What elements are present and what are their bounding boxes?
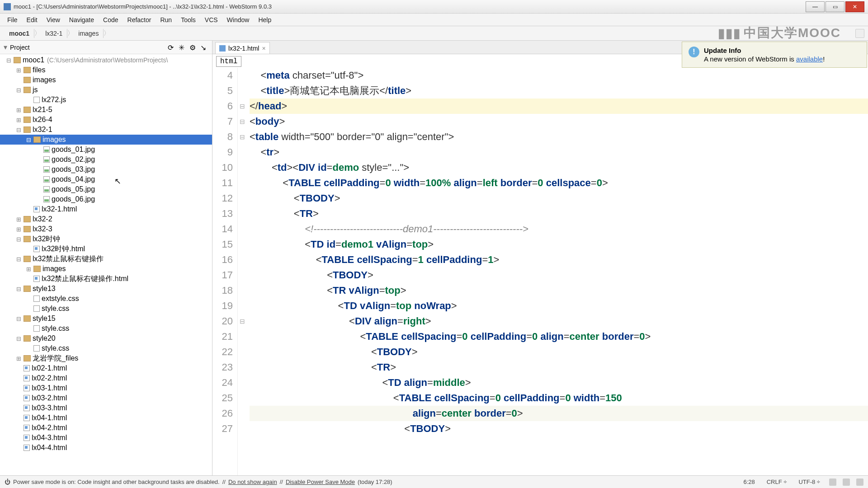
menu-edit[interactable]: Edit bbox=[22, 14, 42, 25]
code-line[interactable]: <td><DIV id=demo style="..."> bbox=[250, 160, 868, 175]
fold-marker-icon[interactable] bbox=[238, 206, 247, 221]
tree-item-lx04-2-html[interactable]: lx04-2.html bbox=[0, 423, 212, 433]
code-line[interactable]: <DIV align=right> bbox=[250, 314, 868, 329]
tree-item-lx32-2[interactable]: ⊞lx32-2 bbox=[0, 214, 212, 224]
notifications-icon[interactable] bbox=[856, 479, 863, 486]
tree-twisty-icon[interactable]: ⊞ bbox=[14, 355, 24, 362]
tree-item-goods_02-jpg[interactable]: goods_02.jpg bbox=[0, 155, 212, 164]
fold-marker-icon[interactable] bbox=[238, 283, 247, 298]
fold-marker-icon[interactable] bbox=[238, 406, 247, 421]
tree-item-style-css[interactable]: style.css bbox=[0, 343, 212, 353]
tree-item-lx32-html[interactable]: lx32禁止鼠标右键操作.html bbox=[0, 274, 212, 284]
tab-lx32-1[interactable]: lx32-1.html × bbox=[215, 42, 270, 54]
tree-item-lx272-js[interactable]: lx272.js bbox=[0, 95, 212, 105]
fold-marker-icon[interactable] bbox=[238, 298, 247, 314]
fold-marker-icon[interactable] bbox=[238, 252, 247, 267]
code-line[interactable]: <TABLE cellSpacing=0 cellPadding=0 align… bbox=[250, 329, 868, 344]
tree-twisty-icon[interactable]: ⊟ bbox=[14, 335, 24, 342]
tree-item-lx32-[interactable]: ⊟lx32禁止鼠标右键操作 bbox=[0, 254, 212, 264]
code-line[interactable]: </head> bbox=[250, 99, 868, 114]
code-line[interactable]: <TD id=demo1 vAlign=top> bbox=[250, 237, 868, 252]
fold-marker-icon[interactable]: ⊟ bbox=[238, 129, 247, 145]
tree-item-lx32-3[interactable]: ⊞lx32-3 bbox=[0, 224, 212, 234]
tree-item-goods_06-jpg[interactable]: goods_06.jpg bbox=[0, 194, 212, 204]
code-line[interactable]: <TBODY> bbox=[250, 421, 868, 436]
crumb-mooc1[interactable]: mooc1 bbox=[5, 29, 34, 38]
fold-marker-icon[interactable]: ⊟ bbox=[238, 314, 247, 329]
code-line[interactable]: <TR> bbox=[250, 360, 868, 375]
tree-twisty-icon[interactable]: ⊟ bbox=[14, 256, 24, 263]
fold-marker-icon[interactable] bbox=[238, 421, 247, 436]
code-line[interactable]: <TR> bbox=[250, 206, 868, 221]
code-content[interactable]: <meta charset="utf-8"> <title>商城笔记本电脑展示<… bbox=[247, 68, 868, 483]
find-icon[interactable] bbox=[855, 29, 864, 38]
tree-item-style15[interactable]: ⊟style15 bbox=[0, 314, 212, 324]
tree-item-lx32-1-html[interactable]: lx32-1.html bbox=[0, 204, 212, 214]
fold-marker-icon[interactable] bbox=[238, 329, 247, 344]
gear-icon[interactable]: ⚙ bbox=[189, 43, 198, 52]
code-line[interactable]: <TABLE cellPadding=0 width=100% align=le… bbox=[250, 175, 868, 191]
menu-code[interactable]: Code bbox=[99, 14, 123, 25]
tree-item-lx03-3-html[interactable]: lx03-3.html bbox=[0, 403, 212, 413]
tree-item-lx26-4[interactable]: ⊞lx26-4 bbox=[0, 115, 212, 125]
fold-marker-icon[interactable] bbox=[238, 375, 247, 390]
code-line[interactable]: <TABLE cellSpacing=1 cellPadding=1> bbox=[250, 252, 868, 267]
tree-twisty-icon[interactable]: ⊟ bbox=[14, 236, 24, 243]
tree-item-lx04-1-html[interactable]: lx04-1.html bbox=[0, 413, 212, 423]
project-tree[interactable]: ⊟mooc1(C:\Users\Administrator\WebstormPr… bbox=[0, 54, 212, 483]
crumb-lx32-1[interactable]: lx32-1 bbox=[41, 29, 67, 38]
code-line[interactable]: <TR vAlign=top> bbox=[250, 283, 868, 298]
editor-crumb-html[interactable]: html bbox=[216, 56, 241, 67]
code-line[interactable]: <TD align=middle> bbox=[250, 375, 868, 390]
fold-marker-icon[interactable] bbox=[238, 344, 247, 360]
menu-file[interactable]: File bbox=[3, 14, 22, 25]
fold-marker-icon[interactable]: ⊟ bbox=[238, 114, 247, 129]
tree-item-goods_04-jpg[interactable]: goods_04.jpg bbox=[0, 174, 212, 184]
menu-help[interactable]: Help bbox=[254, 14, 276, 25]
tree-item-images[interactable]: images bbox=[0, 75, 212, 85]
tree-item-images[interactable]: ⊞images bbox=[0, 264, 212, 274]
tree-item-js[interactable]: ⊟js bbox=[0, 85, 212, 95]
menu-tools[interactable]: Tools bbox=[176, 14, 200, 25]
sidebar-title[interactable]: Project bbox=[10, 44, 168, 51]
tree-twisty-icon[interactable]: ⊟ bbox=[14, 87, 24, 94]
code-line[interactable]: <title>商城笔记本电脑展示</title> bbox=[250, 83, 868, 99]
code-line[interactable]: <tr> bbox=[250, 145, 868, 160]
tree-item-mooc1[interactable]: ⊟mooc1(C:\Users\Administrator\WebstormPr… bbox=[0, 55, 212, 65]
tree-item-images[interactable]: ⊟images bbox=[0, 135, 212, 145]
tree-item-lx32-html[interactable]: lx32时钟.html bbox=[0, 244, 212, 254]
tree-twisty-icon[interactable]: ⊟ bbox=[14, 286, 24, 292]
lock-icon[interactable] bbox=[829, 479, 836, 486]
tree-twisty-icon[interactable]: ⊞ bbox=[14, 216, 24, 223]
tree-item--_files[interactable]: ⊞龙岩学院_files bbox=[0, 353, 212, 363]
tree-item-lx04-3-html[interactable]: lx04-3.html bbox=[0, 433, 212, 443]
fold-marker-icon[interactable] bbox=[238, 267, 247, 283]
code-line[interactable]: <body> bbox=[250, 114, 868, 129]
tree-item-lx21-5[interactable]: ⊞lx21-5 bbox=[0, 105, 212, 115]
crumb-images[interactable]: images bbox=[74, 29, 104, 38]
fold-column[interactable]: ⊟⊟⊟⊟ bbox=[238, 68, 247, 483]
tree-twisty-icon[interactable]: ⊞ bbox=[24, 266, 33, 272]
code-line[interactable]: <TBODY> bbox=[250, 267, 868, 283]
code-line[interactable]: <TD vAlign=top noWrap> bbox=[250, 298, 868, 314]
tree-twisty-icon[interactable]: ⊞ bbox=[14, 107, 24, 113]
code-line[interactable]: align=center border=0> bbox=[250, 406, 868, 421]
tab-close-icon[interactable]: × bbox=[262, 45, 265, 52]
tree-item-extstyle-css[interactable]: extstyle.css bbox=[0, 294, 212, 304]
close-button[interactable]: ✕ bbox=[845, 1, 864, 12]
available-link[interactable]: available bbox=[796, 55, 823, 63]
code-line[interactable]: <table width="500" border="0" align="cen… bbox=[250, 129, 868, 145]
caret-position[interactable]: 6:28 bbox=[741, 479, 757, 485]
code-line[interactable]: <!---------------------------demo1------… bbox=[250, 221, 868, 237]
tree-twisty-icon[interactable]: ⊟ bbox=[24, 136, 33, 143]
do-not-show-link[interactable]: Do not show again bbox=[228, 479, 277, 485]
tree-twisty-icon[interactable]: ⊟ bbox=[4, 57, 14, 64]
inspect-icon[interactable] bbox=[843, 479, 850, 486]
menu-run[interactable]: Run bbox=[156, 14, 176, 25]
code-line[interactable]: <TABLE cellSpacing=0 cellPadding=0 width… bbox=[250, 390, 868, 406]
tree-item-lx04-4-html[interactable]: lx04-4.html bbox=[0, 443, 212, 453]
code-line[interactable]: <meta charset="utf-8"> bbox=[250, 68, 868, 83]
fold-marker-icon[interactable]: ⊟ bbox=[238, 99, 247, 114]
hide-icon[interactable]: ↘ bbox=[200, 43, 208, 52]
tree-item-goods_01-jpg[interactable]: goods_01.jpg bbox=[0, 145, 212, 155]
